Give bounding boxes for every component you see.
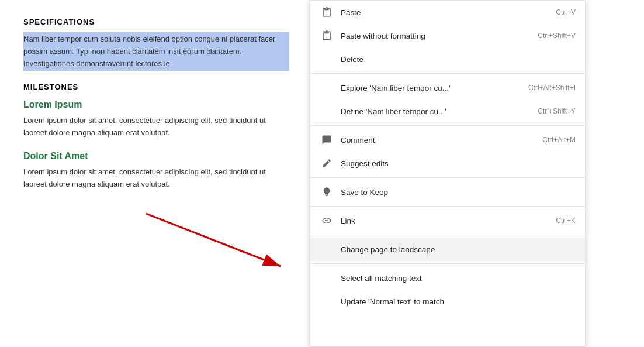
milestone1-text: Lorem ipsum dolor sit amet, consectetuer…	[23, 115, 289, 139]
suggest-icon	[320, 156, 334, 170]
specifications-heading: SPECIFICATIONS	[23, 18, 289, 26]
link-shortcut: Ctrl+K	[556, 217, 576, 225]
comment-shortcut: Ctrl+Alt+M	[542, 136, 576, 144]
divider-2	[310, 125, 585, 126]
divider-5	[310, 235, 585, 235]
comment-label: Comment	[341, 136, 519, 145]
menu-item-change-landscape[interactable]: Change page to landscape	[310, 238, 585, 261]
menu-item-suggest[interactable]: Suggest edits	[310, 152, 585, 175]
delete-icon-placeholder	[320, 52, 334, 66]
divider-6	[310, 263, 585, 264]
menu-item-paste-plain[interactable]: Paste without formatting Ctrl+Shift+V	[310, 24, 585, 47]
link-icon	[320, 214, 334, 228]
define-label: Define 'Nam liber tempor cu...'	[341, 107, 514, 116]
explore-icon-placeholder	[320, 81, 334, 95]
define-icon-placeholder	[320, 104, 334, 118]
paste-plain-shortcut: Ctrl+Shift+V	[538, 32, 576, 40]
paste-plain-icon	[320, 29, 334, 43]
landscape-icon-placeholder	[320, 242, 334, 256]
menu-item-explore[interactable]: Explore 'Nam liber tempor cu...' Ctrl+Al…	[310, 76, 585, 99]
menu-item-define[interactable]: Define 'Nam liber tempor cu...' Ctrl+Shi…	[310, 99, 585, 123]
select-all-icon-placeholder	[320, 271, 334, 285]
milestone2-title: Dolor Sit Amet	[23, 151, 289, 162]
save-keep-label: Save to Keep	[341, 188, 576, 197]
svg-line-1	[146, 214, 281, 266]
menu-item-comment[interactable]: Comment Ctrl+Alt+M	[310, 128, 585, 152]
divider-3	[310, 177, 585, 178]
milestone1-title: Lorem Ipsum	[23, 99, 289, 110]
paste-plain-label: Paste without formatting	[341, 32, 514, 40]
menu-item-paste[interactable]: Paste Ctrl+V	[310, 1, 585, 24]
keep-icon	[320, 185, 334, 199]
delete-label: Delete	[341, 55, 576, 64]
menu-item-link[interactable]: Link Ctrl+K	[310, 209, 585, 232]
menu-item-update-normal[interactable]: Update 'Normal text' to match	[310, 290, 585, 313]
update-normal-label: Update 'Normal text' to match	[341, 297, 576, 306]
change-landscape-label: Change page to landscape	[341, 245, 576, 254]
comment-icon	[320, 133, 334, 147]
paste-icon	[320, 5, 334, 19]
paste-label: Paste	[341, 8, 532, 17]
menu-item-delete[interactable]: Delete	[310, 47, 585, 71]
link-label: Link	[341, 217, 532, 225]
divider-4	[310, 206, 585, 207]
divider-1	[310, 73, 585, 74]
explore-shortcut: Ctrl+Alt+Shift+I	[528, 84, 576, 92]
paste-shortcut: Ctrl+V	[556, 8, 576, 16]
define-shortcut: Ctrl+Shift+Y	[538, 107, 576, 115]
update-normal-icon-placeholder	[320, 294, 334, 308]
milestones-heading: MILESTONES	[23, 83, 289, 91]
context-menu: Paste Ctrl+V Paste without formatting Ct…	[310, 0, 586, 347]
selected-text: Nam liber tempor cum soluta nobis eleife…	[23, 32, 289, 71]
menu-item-save-keep[interactable]: Save to Keep	[310, 180, 585, 204]
document-area: SPECIFICATIONS Nam liber tempor cum solu…	[0, 0, 313, 347]
arrow-indicator	[129, 208, 313, 290]
select-all-label: Select all matching text	[341, 274, 576, 283]
milestone2-text: Lorem ipsum dolor sit amet, consectetuer…	[23, 166, 289, 191]
explore-label: Explore 'Nam liber tempor cu...'	[341, 84, 505, 92]
suggest-label: Suggest edits	[341, 159, 576, 168]
menu-item-select-all[interactable]: Select all matching text	[310, 266, 585, 290]
